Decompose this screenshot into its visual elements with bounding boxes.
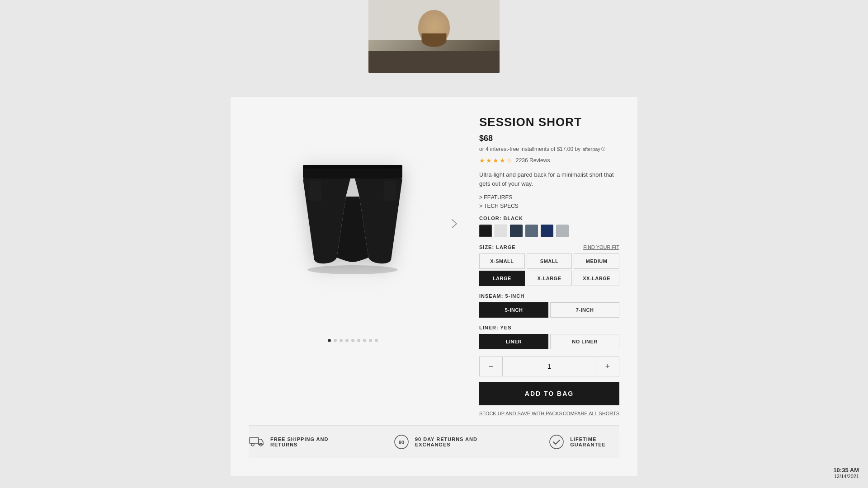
product-layout: SESSION SHORT $68 or 4 interest-free ins… (249, 115, 619, 416)
rating-row: ★ ★ ★ ★ ☆ 2236 Reviews (479, 157, 619, 164)
liner-yes[interactable]: LINER (479, 334, 548, 349)
swatch-navy[interactable] (541, 225, 553, 237)
star-3: ★ (493, 157, 499, 164)
size-medium[interactable]: MEDIUM (574, 253, 619, 269)
dot-8[interactable] (369, 339, 372, 342)
dot-1[interactable] (328, 339, 331, 342)
product-title: SESSION SHORT (479, 115, 619, 129)
dot-9[interactable] (375, 339, 378, 342)
size-small[interactable]: SMALL (527, 253, 572, 269)
svg-point-2 (307, 265, 398, 274)
product-image (276, 147, 429, 300)
webcam-overlay (368, 0, 500, 73)
swatch-light-gray[interactable] (556, 225, 569, 237)
features-link[interactable]: > FEATURES (479, 194, 619, 201)
svg-point-8 (550, 435, 563, 449)
liner-grid: LINER NO LINER (479, 334, 619, 349)
tech-specs-link[interactable]: > TECH SPECS (479, 203, 619, 209)
size-xlarge[interactable]: X-LARGE (527, 271, 572, 286)
size-xsmall[interactable]: X-SMALL (479, 253, 525, 269)
quantity-decrease[interactable]: − (480, 357, 502, 376)
image-next-arrow[interactable] (448, 217, 461, 230)
swatch-white[interactable] (495, 225, 507, 237)
size-large[interactable]: LARGE (479, 271, 525, 286)
product-image-section (249, 115, 457, 416)
returns-text: 90 DAY RETURNS AND EXCHANGES (415, 436, 494, 447)
liner-no[interactable]: NO LINER (550, 334, 619, 349)
star-2: ★ (486, 157, 492, 164)
bottom-links: STOCK UP AND SAVE WITH PACKS COMPARE ALL… (479, 411, 619, 416)
page-content: SESSION SHORT $68 or 4 interest-free ins… (0, 18, 868, 476)
product-details: SESSION SHORT $68 or 4 interest-free ins… (479, 115, 619, 416)
compare-shorts-link[interactable]: COMPARE ALL SHORTS (563, 411, 619, 416)
afterpay-logo: afterpay ⓘ (582, 146, 605, 152)
size-label: SIZE: LARGE (479, 244, 516, 250)
size-header: SIZE: LARGE FIND YOUR FIT (479, 244, 619, 250)
quantity-row: − 1 + (479, 357, 619, 376)
dot-3[interactable] (340, 339, 343, 342)
inseam-7inch[interactable]: 7-INCH (550, 302, 619, 318)
find-your-fit-link[interactable]: FIND YOUR FIT (583, 244, 619, 250)
product-description: Ultra-light and pared back for a minimal… (479, 170, 619, 188)
footer-guarantee: LIFETIME GUARANTEE (548, 434, 619, 450)
guarantee-icon (548, 434, 565, 450)
shipping-text: FREE SHIPPING AND RETURNS (270, 436, 339, 447)
svg-rect-3 (250, 437, 259, 444)
product-image-container (249, 115, 457, 332)
svg-rect-1 (303, 165, 402, 169)
size-grid: X-SMALL SMALL MEDIUM LARGE X-LARGE XX-LA… (479, 253, 619, 286)
dot-4[interactable] (345, 339, 349, 342)
quantity-increase[interactable]: + (596, 357, 619, 376)
size-xxlarge[interactable]: XX-LARGE (574, 271, 619, 286)
page-wrapper: SESSION SHORT $68 or 4 interest-free ins… (0, 0, 868, 488)
footer-returns: 90 90 DAY RETURNS AND EXCHANGES (393, 434, 494, 450)
liner-label: LINER: YES (479, 325, 619, 330)
quantity-value: 1 (502, 357, 596, 376)
guarantee-text: LIFETIME GUARANTEE (570, 436, 619, 447)
swatch-slate[interactable] (525, 225, 538, 237)
star-5: ☆ (506, 157, 512, 164)
returns-icon: 90 (393, 434, 410, 450)
inseam-label: INSEAM: 5-INCH (479, 293, 619, 299)
dot-7[interactable] (363, 339, 366, 342)
shipping-icon (249, 434, 265, 450)
product-price: $68 (479, 134, 619, 143)
color-label: COLOR: BLACK (479, 216, 619, 221)
svg-text:90: 90 (399, 440, 404, 445)
add-to-bag-button[interactable]: ADD TO BAG (479, 382, 619, 405)
image-dots (249, 339, 457, 342)
stock-save-link[interactable]: STOCK UP AND SAVE WITH PACKS (479, 411, 562, 416)
clock-time: 10:35 AM (833, 467, 859, 474)
star-4: ★ (500, 157, 505, 164)
color-swatches (479, 225, 619, 237)
star-1: ★ (479, 157, 485, 164)
footer-shipping: FREE SHIPPING AND RETURNS (249, 434, 339, 450)
swatch-black[interactable] (479, 225, 492, 237)
inseam-5inch[interactable]: 5-INCH (479, 302, 548, 318)
webcam-video (368, 0, 500, 73)
system-clock: 10:35 AM 12/14/2021 (833, 467, 859, 479)
dot-6[interactable] (357, 339, 360, 342)
installment-text: or 4 interest-free installments of $17.0… (479, 146, 619, 152)
star-rating: ★ ★ ★ ★ ☆ (479, 157, 512, 164)
dot-2[interactable] (334, 339, 337, 342)
product-card: SESSION SHORT $68 or 4 interest-free ins… (231, 97, 637, 476)
inseam-grid: 5-INCH 7-INCH (479, 302, 619, 318)
clock-date: 12/14/2021 (833, 474, 859, 479)
swatch-dark-navy[interactable] (510, 225, 523, 237)
dot-5[interactable] (351, 339, 354, 342)
footer-strip: FREE SHIPPING AND RETURNS 90 90 DAY RETU… (249, 425, 619, 458)
review-count[interactable]: 2236 Reviews (516, 157, 550, 164)
